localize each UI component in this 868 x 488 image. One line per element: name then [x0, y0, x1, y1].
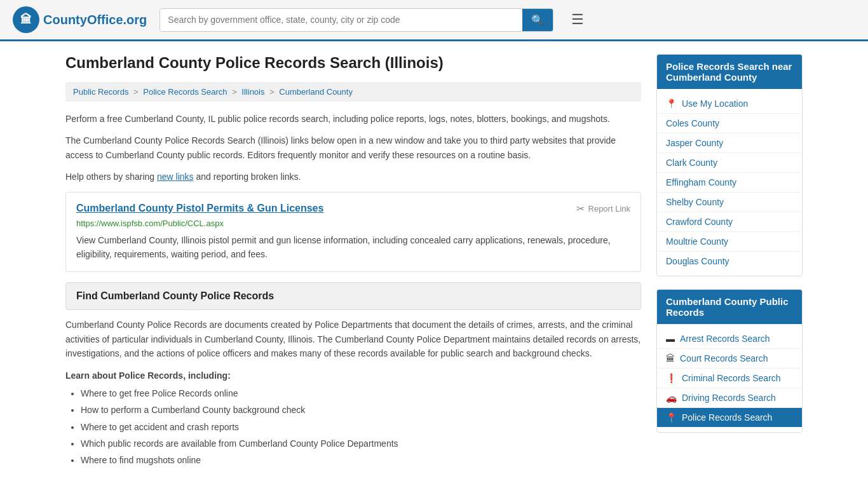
nearby-county-link[interactable]: Coles County: [666, 118, 719, 128]
public-records-link[interactable]: Arrest Records Search: [680, 334, 770, 344]
nearby-county-item[interactable]: Clark County: [657, 153, 802, 173]
learn-heading: Learn about Police Records, including:: [65, 369, 641, 383]
public-records-heading: Cumberland County Public Records: [657, 290, 802, 324]
logo-icon: 🏛: [13, 6, 39, 33]
logo-link[interactable]: 🏛 CountyOffice.org: [13, 6, 147, 33]
public-records-link[interactable]: Police Records Search: [682, 412, 772, 423]
learn-list-item: How to perform a Cumberland County backg…: [81, 403, 641, 417]
description-2: The Cumberland County Police Records Sea…: [65, 133, 641, 162]
nearby-county-item[interactable]: Crawford County: [657, 212, 802, 232]
find-body: Cumberland County Police Records are doc…: [65, 318, 641, 475]
public-records-body: ▬Arrest Records Search🏛Court Records Sea…: [657, 324, 802, 432]
public-records-item[interactable]: 📍Police Records Search: [657, 408, 802, 427]
arrest-icon: ▬: [666, 334, 675, 344]
nearby-county-item[interactable]: Shelby County: [657, 193, 802, 212]
learn-list-item: Where to get accident and crash reports: [81, 420, 641, 434]
learn-list-item: Which public records are available from …: [81, 437, 641, 451]
new-links-link[interactable]: new links: [157, 172, 194, 182]
report-icon: ✂: [576, 203, 585, 215]
public-records-item[interactable]: 🏛Court Records Search: [657, 349, 802, 369]
site-header: 🏛 CountyOffice.org 🔍 ☰: [0, 0, 868, 41]
content-area: Cumberland County Police Records Search …: [65, 54, 641, 475]
public-records-item[interactable]: ❗Criminal Records Search: [657, 369, 802, 388]
driving-icon: 🚗: [666, 393, 677, 403]
find-description: Cumberland County Police Records are doc…: [65, 318, 641, 360]
breadcrumb-cumberland-county[interactable]: Cumberland County: [279, 87, 353, 97]
breadcrumb: Public Records > Police Records Search >…: [65, 82, 641, 102]
nearby-county-link[interactable]: Douglas County: [666, 256, 729, 266]
nearby-section: Police Records Search near Cumberland Co…: [656, 54, 803, 276]
search-input[interactable]: [160, 10, 522, 30]
public-records-item[interactable]: ▬Arrest Records Search: [657, 329, 802, 349]
result-header: Cumberland County Pistol Permits & Gun L…: [76, 203, 630, 215]
logo-text: CountyOffice.org: [43, 13, 147, 27]
learn-list-item: Where to find mugshots online: [81, 453, 641, 467]
police-icon: 📍: [666, 412, 677, 423]
nearby-county-link[interactable]: Crawford County: [666, 217, 733, 227]
use-location-item[interactable]: 📍 Use My Location: [657, 94, 802, 114]
nearby-county-link[interactable]: Shelby County: [666, 197, 724, 207]
nearby-county-item[interactable]: Jasper County: [657, 133, 802, 153]
location-icon: 📍: [666, 98, 677, 109]
find-section-header: Find Cumberland County Police Records: [65, 282, 641, 310]
criminal-icon: ❗: [666, 373, 677, 383]
description-3: Help others by sharing new links and rep…: [65, 170, 641, 184]
breadcrumb-illinois[interactable]: Illinois: [241, 87, 264, 97]
search-button[interactable]: 🔍: [522, 9, 553, 31]
nearby-heading: Police Records Search near Cumberland Co…: [657, 55, 802, 89]
public-records-item[interactable]: 🚗Driving Records Search: [657, 388, 802, 408]
result-title-link[interactable]: Cumberland County Pistol Permits & Gun L…: [76, 203, 323, 214]
sidebar: Police Records Search near Cumberland Co…: [656, 54, 803, 475]
court-icon: 🏛: [666, 353, 675, 363]
page-title: Cumberland County Police Records Search …: [65, 54, 641, 72]
learn-list-item: Where to get free Police Records online: [81, 386, 641, 400]
result-url: https://www.ispfsb.com/Public/CCL.aspx: [76, 219, 630, 228]
public-records-link[interactable]: Criminal Records Search: [682, 373, 781, 383]
nearby-body: 📍 Use My Location Coles CountyJasper Cou…: [657, 89, 802, 276]
nearby-county-item[interactable]: Effingham County: [657, 173, 802, 193]
menu-button[interactable]: ☰: [566, 9, 589, 30]
breadcrumb-police-records-search[interactable]: Police Records Search: [143, 87, 227, 97]
result-item: Cumberland County Pistol Permits & Gun L…: [65, 192, 641, 273]
find-heading: Find Cumberland County Police Records: [76, 290, 630, 302]
public-records-link[interactable]: Court Records Search: [680, 353, 768, 363]
result-title: Cumberland County Pistol Permits & Gun L…: [76, 203, 323, 214]
report-link-button[interactable]: ✂ Report Link: [576, 203, 630, 215]
nearby-county-link[interactable]: Effingham County: [666, 177, 736, 187]
public-records-link[interactable]: Driving Records Search: [682, 393, 776, 403]
main-container: Cumberland County Police Records Search …: [53, 41, 815, 488]
nearby-county-link[interactable]: Moultrie County: [666, 236, 728, 247]
nearby-county-link[interactable]: Jasper County: [666, 138, 723, 148]
use-location-link[interactable]: Use My Location: [682, 98, 748, 109]
breadcrumb-public-records[interactable]: Public Records: [73, 87, 128, 97]
nearby-county-item[interactable]: Coles County: [657, 114, 802, 133]
public-records-section: Cumberland County Public Records ▬Arrest…: [656, 289, 803, 433]
description-1: Perform a free Cumberland County, IL pub…: [65, 112, 641, 126]
search-bar: 🔍: [159, 8, 553, 32]
result-description: View Cumberland County, Illinois pistol …: [76, 233, 630, 262]
nearby-county-item[interactable]: Douglas County: [657, 252, 802, 271]
learn-list: Where to get free Police Records onlineH…: [65, 386, 641, 468]
nearby-county-link[interactable]: Clark County: [666, 158, 717, 168]
nearby-county-item[interactable]: Moultrie County: [657, 232, 802, 252]
